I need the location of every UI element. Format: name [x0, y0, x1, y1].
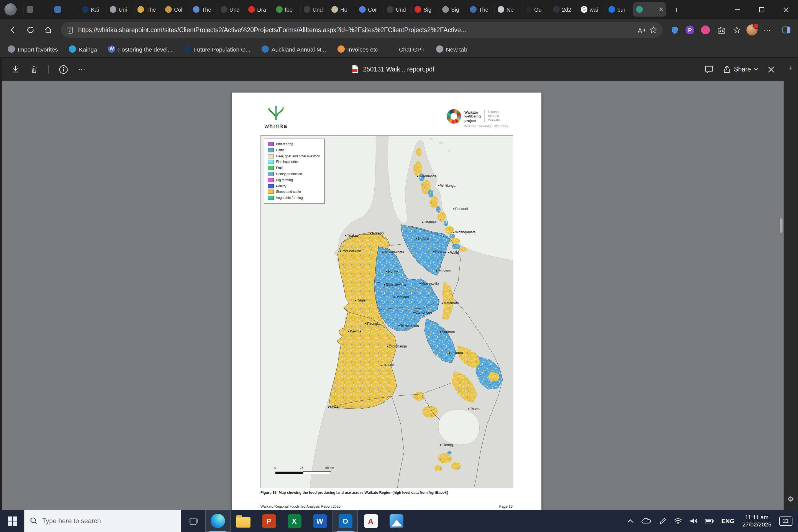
close-window-button[interactable] [774, 0, 798, 19]
taskbar-search[interactable]: Type here to search [24, 510, 180, 532]
reload-button[interactable] [22, 22, 39, 38]
extension-p-icon[interactable]: P [683, 23, 697, 37]
favorites-bar-icon[interactable] [729, 23, 744, 37]
tab-close-icon[interactable] [659, 7, 663, 12]
comment-icon[interactable] [705, 65, 714, 74]
read-aloud-icon[interactable] [637, 26, 645, 34]
browser-tab[interactable]: The [134, 2, 162, 17]
browser-tab[interactable]: Col [162, 2, 190, 17]
browser-tab[interactable]: Sig [411, 2, 439, 17]
url-text[interactable]: https://whirika.sharepoint.com/sites/Cli… [78, 26, 632, 33]
wifi-icon[interactable] [673, 518, 682, 524]
onedrive-cloud-icon[interactable] [641, 518, 651, 524]
tab-favicon [110, 6, 116, 13]
url-bar[interactable]: https://whirika.sharepoint.com/sites/Cli… [61, 22, 663, 38]
notification-center-badge[interactable]: 21 [779, 516, 793, 526]
back-button[interactable] [4, 22, 21, 38]
language-indicator[interactable]: ENG [721, 518, 735, 524]
settings-menu-icon[interactable]: ⋯ [760, 23, 775, 37]
pdf-content-area[interactable]: whirika Waikato wellbeing project Hinong [2, 81, 784, 510]
share-button[interactable]: Share [723, 65, 759, 73]
favorites-bar-item[interactable]: Invoices etc [337, 45, 378, 53]
browser-tab[interactable] [23, 2, 51, 17]
favorites-bar-item[interactable]: Import favorites [8, 45, 58, 53]
taskbar-app-file-explorer[interactable] [230, 510, 256, 532]
more-options-icon[interactable]: ⋯ [78, 65, 86, 73]
favorites-bar: Import favoritesKāingaWFostering the dev… [0, 41, 798, 58]
profile-avatar[interactable] [745, 23, 759, 37]
place-dot [436, 270, 437, 271]
pen-icon[interactable] [659, 517, 666, 525]
taskbar-app-acrobat[interactable]: A [358, 510, 383, 532]
favorites-bar-item[interactable]: New tab [436, 45, 467, 53]
maximize-button[interactable] [749, 0, 774, 19]
scrollbar-thumb[interactable] [780, 218, 782, 233]
favorites-bar-item[interactable]: Auckland Annual M... [262, 45, 326, 53]
browser-tab[interactable]: bur [605, 2, 633, 17]
place-label: Thames [424, 220, 437, 224]
favorites-bar-item[interactable]: Kāinga [69, 45, 97, 53]
taskbar-app-powerpoint[interactable]: P [256, 510, 282, 532]
extensions-puzzle-icon[interactable] [714, 23, 728, 37]
start-button[interactable] [0, 510, 24, 532]
legend-item: Honey production [268, 172, 320, 176]
home-button[interactable] [40, 22, 57, 38]
clock-date: 27/02/2025 [742, 521, 772, 528]
sidebar-settings-gear-icon[interactable]: ⚙ [785, 493, 796, 504]
tab-title: Kāi [91, 6, 99, 13]
favorite-star-icon[interactable] [649, 26, 657, 34]
volume-icon[interactable] [690, 518, 697, 524]
taskbar-app-word[interactable]: W [307, 510, 332, 532]
browser-tab[interactable]: Ne [494, 2, 522, 17]
browser-tab[interactable]: Und [383, 2, 411, 17]
browser-profile-avatar[interactable] [4, 3, 17, 16]
favorites-bar-item[interactable]: Chat GPT [389, 45, 425, 53]
browser-tab[interactable]: Kāi [79, 2, 107, 17]
place-dot [413, 312, 415, 313]
close-document-icon[interactable] [767, 66, 775, 73]
minimize-button[interactable] [725, 0, 749, 19]
sidebar-add-button[interactable]: + [785, 62, 796, 73]
browser-tab[interactable]: foo [273, 2, 300, 17]
browser-tab[interactable]: Sig [439, 2, 467, 17]
legend-item: Pig farming [268, 178, 320, 182]
download-icon[interactable] [11, 65, 20, 74]
taskbar-app-excel[interactable]: X [282, 510, 307, 532]
browser-tab[interactable]: Ou [522, 2, 550, 17]
battery-icon[interactable] [705, 518, 714, 524]
browser-tab[interactable]: 2d2 [550, 2, 577, 17]
extension-pink-icon[interactable] [698, 23, 712, 37]
place-dot [355, 300, 356, 301]
browser-tab[interactable]: Ho [328, 2, 356, 17]
place-dot [440, 444, 441, 445]
clock[interactable]: 11:11 am 27/02/2025 [742, 514, 772, 528]
browser-tab[interactable]: Dra [245, 2, 273, 17]
browser-tab[interactable]: Uni [107, 2, 134, 17]
new-tab-button[interactable]: + [669, 2, 684, 17]
active-tab[interactable] [633, 2, 666, 17]
browser-tab[interactable]: Und [217, 2, 245, 17]
taskbar-app-photos[interactable] [383, 510, 409, 532]
browser-essentials-icon[interactable] [667, 23, 682, 37]
taskbar-app-outlook[interactable]: O [332, 510, 358, 532]
browser-tab[interactable]: The [190, 2, 217, 17]
tab-favicon [553, 6, 560, 13]
taskbar-app-edge[interactable] [205, 510, 230, 532]
favorites-bar-item[interactable]: WFostering the devel... [108, 45, 172, 53]
copilot-sidebar-icon[interactable] [779, 23, 794, 37]
browser-tab[interactable]: Und [300, 2, 328, 17]
browser-tab[interactable] [51, 2, 79, 17]
tab-favicon [636, 6, 643, 13]
tab-strip: KāiUniTheColTheUndDrafooUndHoCorUndSigSi… [0, 0, 798, 19]
photos-icon [389, 514, 403, 528]
delete-icon[interactable] [30, 65, 38, 74]
browser-tab[interactable]: Cor [356, 2, 383, 17]
place-label: Te Kauwhata [384, 250, 404, 254]
favorites-bar-item[interactable]: Future Population G... [184, 45, 250, 53]
info-icon[interactable] [59, 64, 68, 74]
browser-tab[interactable]: The [467, 2, 494, 17]
hidden-icons-chevron[interactable] [627, 519, 633, 523]
tab-title: Ho [340, 6, 347, 13]
task-view-button[interactable] [180, 510, 205, 532]
browser-tab[interactable]: Gwai [577, 2, 605, 17]
